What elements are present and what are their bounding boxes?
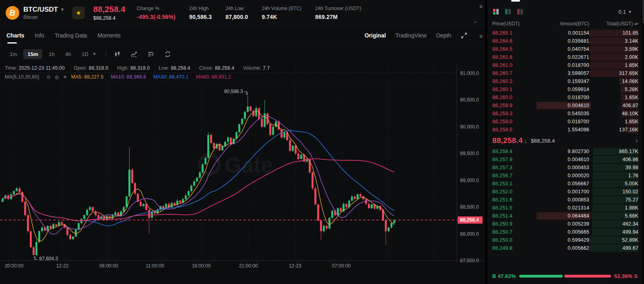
timeframe-4h[interactable]: 4h xyxy=(61,49,75,59)
chart-menu-icon[interactable]: ≡ xyxy=(479,33,483,39)
indicator-chart-icon[interactable] xyxy=(130,51,138,57)
edit-list-icon[interactable] xyxy=(147,51,155,57)
order-total: 1.65K xyxy=(589,95,638,100)
order-amount: 0.059914 xyxy=(537,87,589,92)
stat-value: 87,800.0 xyxy=(225,14,248,20)
timeframe-dropdown-icon[interactable]: ▼ xyxy=(93,52,96,56)
ask-row[interactable]: 88,264.50.0407543.59K xyxy=(492,45,638,53)
page-scrollbar[interactable] xyxy=(642,0,644,284)
order-amount: 0.005239 xyxy=(537,221,589,227)
order-book-panel: 0.1 ▼ Price(USDT) Amount(BTC) Total(USDT… xyxy=(487,0,642,284)
ma-info-bar: MA(5,10,30,60) ⊙ ◎ ✕ MA5: 88,227.5MA10: … xyxy=(0,73,457,82)
timeframe-1d[interactable]: 1D xyxy=(78,49,93,59)
ask-row[interactable]: 88,261.00.0187001.65K xyxy=(492,61,638,69)
pair-selector[interactable]: BTC/USDT ▼ xyxy=(23,6,64,14)
ask-row[interactable]: 88,264.60.0356813.14K xyxy=(492,37,638,45)
ohlc-high: High:88,318.0 xyxy=(117,65,150,71)
order-price: 88,259.9 xyxy=(492,103,537,108)
view-bids-icon[interactable] xyxy=(504,8,512,15)
view-asks-icon[interactable] xyxy=(516,8,524,15)
view-tab-original[interactable]: Original xyxy=(365,32,386,39)
price-down-arrow-icon: ↓ xyxy=(524,137,527,144)
ask-row[interactable]: 88,259.90.004610406.87 xyxy=(492,102,638,110)
bid-row[interactable]: 88,249.80.005662499.67 xyxy=(492,244,638,252)
ask-row[interactable]: 88,260.20.15934714.06K xyxy=(492,77,638,85)
order-total: 499.94 xyxy=(589,229,638,235)
toolbar-divider: | xyxy=(105,50,107,58)
ask-row[interactable]: 88,259.00.0187001.65K xyxy=(492,118,638,126)
ohlc-label: Volume: xyxy=(243,65,261,71)
ask-row[interactable]: 88,258.51.554096137.16K xyxy=(492,126,638,134)
timeframe-15m[interactable]: 15m xyxy=(23,49,42,59)
order-amount: 0.004610 xyxy=(537,157,589,162)
order-amount: 0.035681 xyxy=(537,38,589,44)
timeframe-1h[interactable]: 1h xyxy=(45,49,59,59)
ma-value-ma10: MA10: 88,369.8 xyxy=(111,74,146,80)
favorite-button[interactable]: ★ xyxy=(72,7,85,19)
chevron-right-icon[interactable]: › xyxy=(636,137,638,144)
bid-row[interactable]: 88,258.49.802730865.17K xyxy=(492,147,638,155)
orderbook-columns: Price(USDT) Amount(BTC) Total(USDT) ⇌ xyxy=(487,15,642,29)
bid-row[interactable]: 88,251.50.0213141.88K xyxy=(492,204,638,212)
pair-header: B BTC/USDT ▼ Bitcoin ★ 88,258.4 $88,258.… xyxy=(0,0,485,26)
order-total: 406.87 xyxy=(589,103,638,108)
tab-charts[interactable]: Charts xyxy=(6,27,24,44)
ohlc-info-bar: Time:2025-12-23 11:45:00Open:88,318.0Hig… xyxy=(0,64,457,73)
bid-row[interactable]: 88,251.60.00085375.27 xyxy=(492,196,638,204)
bid-row[interactable]: 88,257.30.00045339.98 xyxy=(492,164,638,172)
order-price: 88,261.8 xyxy=(492,54,537,60)
stat-label: 24h Volume (BTC) xyxy=(262,6,301,11)
order-amount: 0.000020 xyxy=(537,173,589,178)
stat-label: Change % xyxy=(137,6,175,11)
bid-row[interactable]: 88,257.90.004610406.86 xyxy=(492,155,638,164)
order-total: 3.59K xyxy=(589,46,638,52)
compare-refresh-icon[interactable] xyxy=(164,51,171,58)
precision-select[interactable]: 0.1 ▼ xyxy=(618,9,638,15)
bid-row[interactable]: 88,253.10.0566675.00K xyxy=(492,180,638,188)
order-total: 39.98 xyxy=(589,165,638,170)
bid-row[interactable]: 88,252.00.001700150.02 xyxy=(492,188,638,196)
view-tab-depth[interactable]: Depth xyxy=(436,32,451,39)
x-axis-label: 12-22 xyxy=(56,263,69,269)
order-amount: 0.004610 xyxy=(537,103,589,108)
ask-row[interactable]: 88,260.00.0187001.65K xyxy=(492,93,638,102)
tab-moments[interactable]: Moments xyxy=(97,27,121,44)
ask-row[interactable]: 88,260.10.0599145.28K xyxy=(492,85,638,93)
resize-handle-icon[interactable] xyxy=(473,20,476,23)
ask-row[interactable]: 88,261.80.0226712.00K xyxy=(492,53,638,61)
timeframe-1m[interactable]: 1m xyxy=(6,49,21,59)
close-icon[interactable]: ✕ xyxy=(63,74,67,80)
tab-trading-data[interactable]: Trading Data xyxy=(55,27,87,44)
gear-icon[interactable]: ◎ xyxy=(55,74,59,80)
order-total: 137.16K xyxy=(589,127,638,133)
star-icon: ★ xyxy=(76,9,81,17)
eye-icon[interactable]: ⊙ xyxy=(47,74,51,80)
view-both-icon[interactable] xyxy=(492,8,500,15)
stat-24h-volume-btc-: 24h Volume (BTC)9.74K xyxy=(262,6,301,20)
stat-24h-high: 24h High90,586.3 xyxy=(189,6,212,20)
x-axis-label: 20:00:00 xyxy=(5,263,24,269)
order-price: 88,251.4 xyxy=(492,213,537,219)
view-tab-tradingview[interactable]: TradingView xyxy=(396,32,427,39)
chart-area[interactable]: Time:2025-12-23 11:45:00Open:88,318.0Hig… xyxy=(0,63,485,284)
bid-row[interactable]: 88,250.70.005665499.94 xyxy=(492,228,638,236)
bid-row[interactable]: 88,250.90.005239462.34 xyxy=(492,220,638,228)
candle-style-icon[interactable] xyxy=(114,51,121,58)
tab-info[interactable]: Info xyxy=(35,27,44,44)
order-total: 5.68K xyxy=(589,213,638,219)
mid-price-row[interactable]: 88,258.4 ↓ $88,258.4 › xyxy=(487,134,642,147)
candlestick-chart[interactable]: Gate91,000.090,500.090,000.089,500.089,0… xyxy=(0,63,485,284)
panel-menu-icon[interactable]: ≡ xyxy=(479,3,483,10)
fullscreen-icon[interactable] xyxy=(461,32,467,39)
order-amount: 0.018700 xyxy=(537,119,589,124)
bid-row[interactable]: 88,256.70.0000201.76 xyxy=(492,172,638,180)
bid-row[interactable]: 88,250.00.59942952.89K xyxy=(492,236,638,244)
order-price: 88,260.0 xyxy=(492,95,537,100)
order-total: 150.02 xyxy=(589,189,638,195)
order-amount: 0.021314 xyxy=(537,205,589,211)
ask-row[interactable]: 88,265.10.001154101.85 xyxy=(492,29,638,37)
ask-row[interactable]: 88,259.30.54503548.10K xyxy=(492,110,638,118)
ask-row[interactable]: 88,260.73.599057317.65K xyxy=(492,69,638,77)
bid-row[interactable]: 88,251.40.0644645.68K xyxy=(492,212,638,220)
unit-toggle-icon[interactable]: ⇌ xyxy=(634,21,638,27)
